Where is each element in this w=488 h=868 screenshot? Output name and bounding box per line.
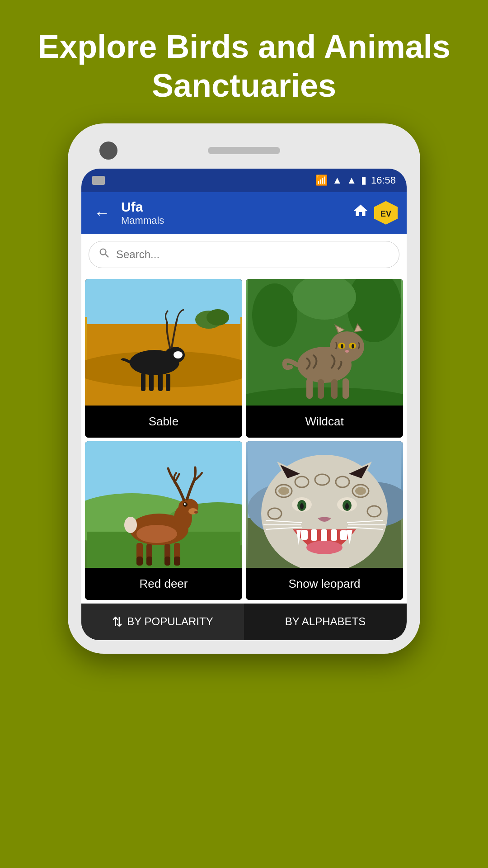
svg-point-54 [124, 517, 137, 533]
page-header-text: Explore Birds and Animals Sanctuaries [0, 0, 488, 123]
phone-screen: 📶 ▲ ▲ ▮ 16:58 ← Ufa Mammals [81, 169, 407, 640]
svg-point-82 [306, 541, 343, 554]
svg-rect-51 [146, 557, 152, 566]
svg-rect-75 [301, 530, 308, 540]
svg-rect-32 [331, 379, 338, 399]
animal-card-snowleopard[interactable]: Snow leopard [246, 441, 403, 600]
svg-point-74 [345, 503, 349, 509]
app-bar-title: Ufa [121, 199, 345, 215]
tab-popularity-label: BY POPULARITY [127, 615, 213, 628]
phone-wrapper: 📶 ▲ ▲ ▮ 16:58 ← Ufa Mammals [68, 123, 420, 654]
status-bar: 📶 ▲ ▲ ▮ 16:58 [81, 169, 407, 192]
svg-rect-79 [340, 530, 347, 540]
animal-card-reddeer[interactable]: Red deer [85, 441, 242, 600]
svg-rect-31 [318, 379, 324, 399]
status-time: 16:58 [371, 175, 396, 186]
svg-rect-53 [174, 557, 180, 566]
svg-point-27 [341, 344, 343, 349]
svg-point-29 [345, 350, 349, 353]
svg-point-28 [352, 344, 354, 349]
svg-point-15 [252, 283, 297, 347]
animal-label-wildcat: Wildcat [246, 406, 403, 438]
animal-label-snowleopard: Snow leopard [246, 568, 403, 600]
animal-card-sable[interactable]: Sable [85, 279, 242, 438]
sort-icon: ⇅ [112, 614, 122, 629]
app-bar-subtitle: Mammals [121, 215, 345, 226]
svg-text:EV: EV [380, 209, 391, 218]
svg-point-45 [136, 525, 177, 543]
svg-rect-13 [166, 374, 170, 391]
animal-label-sable: Sable [85, 406, 242, 438]
svg-rect-10 [141, 373, 145, 391]
svg-point-44 [184, 503, 186, 505]
tab-alphabets[interactable]: BY ALPHABETS [244, 604, 407, 640]
tab-popularity[interactable]: ⇅ BY POPULARITY [81, 604, 244, 640]
animal-label-reddeer: Red deer [85, 568, 242, 600]
animals-grid: Sable [81, 275, 407, 604]
back-button[interactable]: ← [90, 202, 114, 224]
svg-rect-12 [158, 373, 163, 391]
svg-point-68 [355, 487, 366, 495]
svg-point-67 [278, 487, 289, 495]
svg-rect-50 [136, 557, 143, 566]
svg-point-73 [300, 503, 304, 509]
svg-rect-76 [311, 529, 317, 541]
search-icon [98, 247, 111, 262]
svg-rect-52 [164, 557, 170, 566]
home-button[interactable] [352, 203, 369, 223]
svg-point-42 [194, 511, 198, 514]
svg-point-9 [174, 351, 183, 359]
app-bar: ← Ufa Mammals EV [81, 192, 407, 234]
notification-icon [92, 176, 105, 185]
signal-full-icon: ▲ [347, 175, 357, 186]
svg-rect-77 [321, 529, 327, 541]
battery-icon: ▮ [361, 175, 366, 186]
bottom-bar: ⇅ BY POPULARITY BY ALPHABETS [81, 604, 407, 640]
svg-rect-33 [343, 378, 349, 399]
svg-point-6 [206, 309, 229, 326]
animal-card-wildcat[interactable]: Wildcat [246, 279, 403, 438]
wifi-icon: 📶 [315, 175, 328, 186]
ev-badge[interactable]: EV [374, 201, 398, 225]
svg-rect-11 [149, 374, 154, 391]
phone-camera [99, 142, 117, 160]
svg-rect-30 [306, 378, 313, 399]
signal-icon: ▲ [332, 175, 342, 186]
tab-alphabets-label: BY ALPHABETS [285, 615, 366, 628]
search-container [81, 234, 407, 275]
search-input[interactable] [116, 248, 390, 261]
svg-rect-78 [331, 529, 337, 541]
phone-speaker [208, 147, 280, 154]
